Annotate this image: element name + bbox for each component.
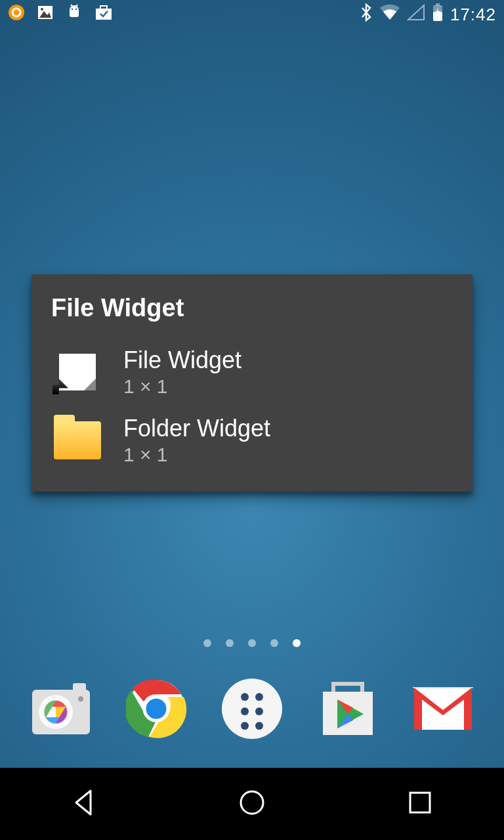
svg-point-30 bbox=[241, 791, 263, 814]
page-dot-active[interactable] bbox=[293, 639, 301, 647]
page-dot[interactable] bbox=[226, 639, 234, 647]
widget-item-size: 1 × 1 bbox=[123, 375, 242, 398]
nav-home-button[interactable] bbox=[238, 788, 266, 820]
navigation-bar bbox=[0, 768, 504, 840]
android-debug-icon bbox=[66, 3, 83, 26]
widget-item-file[interactable]: File Widget 1 × 1 bbox=[51, 338, 453, 406]
svg-rect-12 bbox=[436, 3, 440, 6]
page-indicator bbox=[0, 639, 504, 647]
svg-point-0 bbox=[9, 5, 24, 20]
svg-rect-31 bbox=[410, 793, 430, 812]
status-right-icons: 17:42 bbox=[360, 3, 496, 27]
dock-app-chrome[interactable] bbox=[123, 676, 189, 742]
status-left-icons bbox=[8, 3, 113, 26]
page-dot[interactable] bbox=[270, 639, 278, 647]
dock-app-play-store[interactable] bbox=[315, 676, 381, 742]
svg-point-8 bbox=[75, 8, 77, 10]
bluetooth-icon bbox=[360, 3, 373, 27]
svg-rect-16 bbox=[73, 683, 86, 692]
widget-item-size: 1 × 1 bbox=[123, 444, 270, 466]
avast-icon bbox=[8, 4, 25, 26]
widget-picker-card: File Widget File Widget 1 × 1 Folder Wid… bbox=[32, 274, 472, 492]
app-drawer-icon bbox=[222, 679, 282, 739]
battery-charging-icon bbox=[432, 3, 444, 27]
nav-recent-button[interactable] bbox=[406, 788, 434, 820]
widget-group-title: File Widget bbox=[51, 294, 453, 322]
cell-signal-icon bbox=[407, 4, 425, 26]
status-bar: 17:42 bbox=[0, 0, 504, 29]
dock bbox=[0, 676, 504, 742]
svg-rect-10 bbox=[100, 6, 107, 9]
widget-item-folder[interactable]: Folder Widget 1 × 1 bbox=[51, 406, 453, 474]
gallery-icon bbox=[37, 4, 54, 26]
dock-app-drawer[interactable] bbox=[219, 676, 285, 742]
svg-point-7 bbox=[72, 8, 74, 10]
nav-back-button[interactable] bbox=[70, 788, 98, 820]
file-shortcut-icon bbox=[51, 346, 104, 398]
page-dot[interactable] bbox=[248, 639, 256, 647]
page-dot[interactable] bbox=[203, 639, 211, 647]
svg-point-4 bbox=[41, 8, 43, 10]
wifi-icon bbox=[379, 4, 400, 26]
svg-point-19 bbox=[78, 696, 83, 702]
widget-item-name: Folder Widget bbox=[123, 415, 270, 442]
briefcase-check-icon bbox=[94, 4, 113, 26]
status-clock: 17:42 bbox=[450, 5, 496, 25]
dock-app-camera[interactable] bbox=[28, 676, 94, 742]
folder-icon bbox=[51, 414, 104, 467]
dock-app-gmail[interactable] bbox=[410, 676, 476, 742]
widget-item-name: File Widget bbox=[123, 346, 242, 374]
svg-rect-9 bbox=[96, 9, 112, 20]
